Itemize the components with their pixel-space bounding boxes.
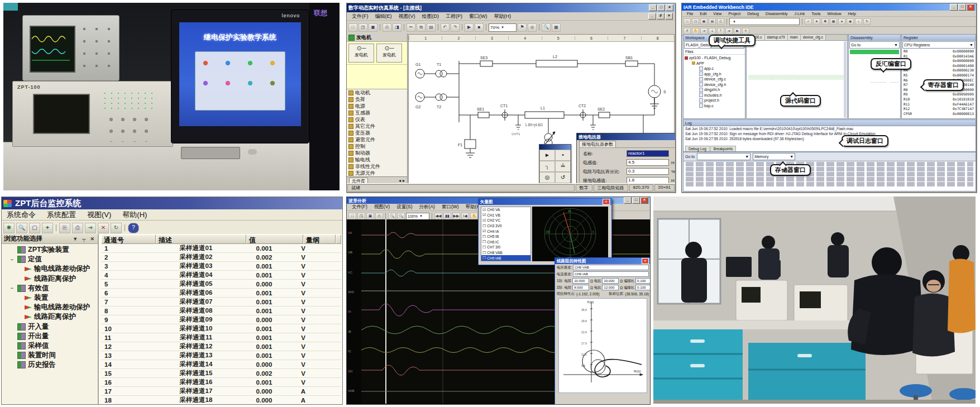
menu-item[interactable]: J-Link bbox=[792, 12, 808, 16]
display-icon[interactable]: ▢ bbox=[29, 223, 40, 233]
table-row[interactable]: 4 采样通道04 0.001 V bbox=[101, 271, 341, 280]
open-icon[interactable]: ◳ bbox=[357, 213, 365, 220]
component-button[interactable]: ⊙─ 发电机 bbox=[348, 44, 374, 63]
probe-tool[interactable]: ◎ bbox=[539, 172, 555, 183]
zoom-in-icon[interactable]: 🔍 bbox=[388, 213, 396, 220]
field-input[interactable]: 0.3 bbox=[627, 168, 669, 175]
library-item[interactable]: 避雷元件 bbox=[347, 136, 407, 143]
menu-item[interactable]: 系统命令 bbox=[4, 210, 39, 220]
segment2-resistance-input[interactable]: 8.000 bbox=[572, 285, 589, 290]
waveform-plot-area[interactable]: VA VB VC 3V0 IA IB IC 3I0 VAB bbox=[347, 219, 650, 404]
checkbox-icon[interactable] bbox=[482, 240, 486, 244]
tree-item[interactable]: 开入量 bbox=[2, 322, 98, 332]
code-line[interactable] bbox=[748, 89, 845, 94]
workspace-tree-item[interactable]: bsp.c bbox=[685, 103, 744, 109]
impedance-dialog-close-icon[interactable]: × bbox=[642, 258, 649, 264]
mdi-restore-button[interactable]: ∂ bbox=[657, 13, 665, 20]
register-row[interactable]: R9 0x09090909 bbox=[902, 92, 976, 97]
grid-icon[interactable]: ▦ bbox=[552, 23, 561, 32]
column-header-description[interactable]: 描述 bbox=[156, 234, 246, 244]
channel-label[interactable]: IA bbox=[347, 310, 361, 313]
table-row[interactable]: 8 采样通道08 0.001 V bbox=[101, 307, 341, 315]
bell-icon[interactable]: ♪ bbox=[855, 18, 862, 25]
pause-icon[interactable]: ▮▮ bbox=[443, 213, 451, 220]
next-statement-icon[interactable]: ➔ bbox=[725, 28, 733, 35]
table-row[interactable]: 14 采样通道14 0.000 V bbox=[101, 360, 341, 369]
menu-item[interactable]: Debug bbox=[744, 12, 762, 16]
table-row[interactable]: 16 采样通道16 0.001 V bbox=[101, 378, 341, 387]
table-row[interactable]: 18 采样通道18 0.000 A bbox=[101, 396, 341, 405]
library-item[interactable]: 无源元件 bbox=[347, 170, 407, 176]
voltage-channel-select[interactable]: CH8 VAB bbox=[573, 265, 649, 270]
pin-icon[interactable]: ┬ bbox=[81, 236, 87, 242]
save-all-icon[interactable]: ▤ bbox=[709, 18, 716, 25]
checkbox-icon[interactable] bbox=[482, 256, 486, 260]
close-icon[interactable]: ✕ bbox=[89, 236, 95, 242]
workspace-tree-item[interactable]: dingzhi.h bbox=[685, 87, 744, 93]
library-item[interactable]: 控制 bbox=[347, 143, 407, 150]
library-item[interactable]: 非线性元件 bbox=[347, 163, 407, 170]
table-row[interactable]: 6 采样通道06 0.001 V bbox=[101, 289, 341, 298]
tree-item[interactable]: ZPT实验装置 bbox=[2, 245, 98, 255]
undo-icon[interactable]: ↶ bbox=[441, 23, 450, 32]
new-icon[interactable]: □ bbox=[683, 18, 691, 25]
paste-icon[interactable]: ▤ bbox=[427, 23, 436, 32]
menu-item[interactable]: Edit bbox=[697, 12, 709, 16]
segment1-offset-input[interactable]: 0.100 bbox=[635, 278, 651, 284]
vector-dialog-titlebar[interactable]: 矢量图 × bbox=[479, 199, 611, 205]
menu-item[interactable]: 窗口(W) bbox=[466, 13, 490, 20]
schematic-canvas[interactable]: 12345678 G1 T1 G2 T2 SE3 bbox=[408, 34, 675, 184]
save-icon[interactable]: ▣ bbox=[366, 213, 374, 220]
code-line[interactable]: * Description : This is the standard bbox=[748, 41, 845, 46]
rewind-icon[interactable]: ◀◀ bbox=[434, 213, 442, 220]
disassembly-row[interactable]: 00000248 E3001AF bbox=[850, 73, 899, 78]
menu-item[interactable]: 文件(F) bbox=[349, 204, 370, 210]
code-line[interactable]: * bbox=[748, 60, 845, 65]
scroll-right-icon[interactable]: ▸ bbox=[403, 178, 405, 183]
tree-expander[interactable]: − bbox=[9, 285, 15, 291]
breakpoint-icon[interactable]: ◉ bbox=[847, 18, 854, 25]
log-tab[interactable]: Debug Log bbox=[685, 146, 710, 151]
forward-icon[interactable]: ▶▶ bbox=[452, 213, 460, 220]
segment1-reactance-input[interactable]: 20.000 bbox=[602, 278, 619, 284]
field-input[interactable]: reactor1 bbox=[627, 150, 669, 157]
export-icon[interactable]: ⎘ bbox=[59, 223, 70, 233]
stop-icon[interactable]: ■ bbox=[475, 23, 484, 32]
library-item[interactable]: 其它元件 bbox=[347, 123, 407, 130]
vector-channel-item[interactable]: CH9 IAB bbox=[481, 255, 530, 261]
channel-label[interactable]: VA bbox=[347, 231, 361, 234]
open-file-icon[interactable]: ◳ bbox=[358, 23, 367, 32]
register-row[interactable]: CPSR 0x00000013 bbox=[902, 112, 976, 117]
checkbox-icon[interactable] bbox=[482, 213, 486, 217]
library-item[interactable]: 电源 bbox=[347, 103, 407, 109]
disassembly-row[interactable]: main: bbox=[850, 50, 899, 54]
library-item[interactable]: 输电线 bbox=[347, 156, 407, 163]
menu-item[interactable]: 帮助(H) bbox=[119, 210, 150, 220]
editor-tab[interactable]: startup.s79 bbox=[765, 35, 788, 40]
reset-icon[interactable]: ↺ bbox=[683, 28, 691, 35]
workspace-tree-item[interactable]: includes.h bbox=[685, 93, 744, 98]
editor-tab[interactable]: device_cfg.c bbox=[801, 35, 826, 40]
workspace-tree-item[interactable]: app.c bbox=[685, 66, 744, 71]
segment1-resistance-input[interactable]: 10.000 bbox=[572, 278, 589, 284]
checkbox-icon[interactable] bbox=[482, 224, 486, 228]
table-row[interactable]: 7 采样通道07 0.001 V bbox=[101, 298, 341, 307]
register-group-select[interactable]: CPU Registers▼ bbox=[902, 41, 975, 49]
mdi-window-controls[interactable]: _ ∂ × bbox=[648, 13, 673, 20]
browse-icon[interactable]: 🔍 bbox=[16, 223, 27, 233]
refresh-icon[interactable]: ↻ bbox=[111, 223, 122, 233]
open-icon[interactable]: ◳ bbox=[692, 18, 699, 25]
table-row[interactable]: 5 采样通道05 0.000 V bbox=[101, 280, 341, 289]
table-row[interactable]: 3 采样通道03 0.001 V bbox=[101, 262, 341, 271]
vector-channel-item[interactable]: CH1 VB bbox=[481, 213, 530, 218]
flag-icon[interactable]: ⚑ bbox=[518, 23, 527, 32]
code-line[interactable]: CPU_INT08U err; bbox=[748, 84, 845, 89]
register-row[interactable]: R2 0x00000000 bbox=[902, 59, 976, 64]
component-button[interactable]: ⊙─ 发电机 bbox=[376, 44, 402, 63]
tree-item[interactable]: 输电线路差动保护 bbox=[2, 264, 98, 274]
field-input[interactable]: 4.5 bbox=[627, 159, 669, 166]
menu-item[interactable]: 工程(P) bbox=[443, 13, 465, 20]
mdi-minimize-button[interactable]: _ bbox=[648, 13, 656, 20]
search-icon[interactable]: 🔍 bbox=[542, 23, 551, 32]
window-controls[interactable]: _ □ × bbox=[649, 4, 673, 11]
